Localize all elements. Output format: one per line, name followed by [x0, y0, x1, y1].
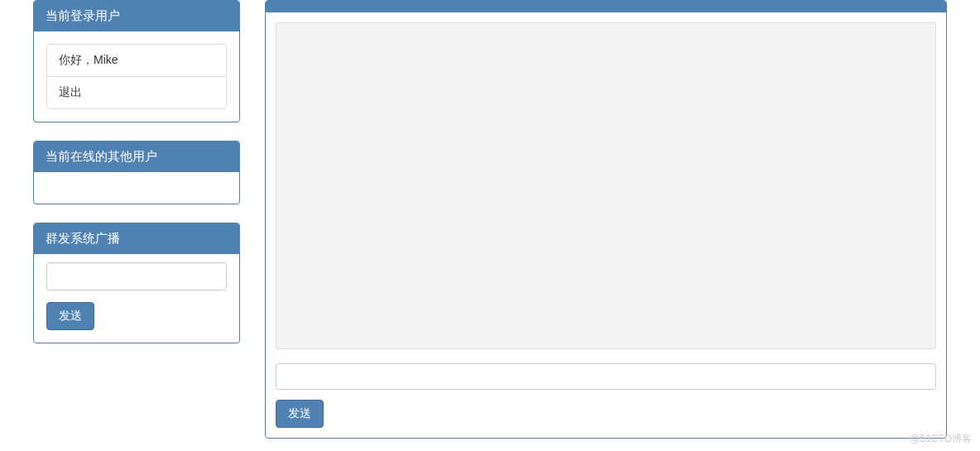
- chat-panel-header: [266, 1, 946, 12]
- current-user-list: 你好，Mike 退出: [46, 44, 227, 109]
- broadcast-panel-title: 群发系统广播: [34, 223, 239, 254]
- chat-panel: 发送: [265, 0, 947, 439]
- sidebar: 当前登录用户 你好，Mike 退出 当前在线的其他用户 群发系统广播 发送: [33, 0, 240, 439]
- chat-messages-area[interactable]: [276, 22, 936, 349]
- broadcast-send-button[interactable]: 发送: [46, 302, 94, 330]
- broadcast-input[interactable]: [46, 262, 227, 290]
- chat-panel-container: 发送: [265, 0, 947, 439]
- online-users-panel: 当前在线的其他用户: [33, 141, 240, 204]
- current-user-panel-title: 当前登录用户: [34, 1, 239, 31]
- greeting-item[interactable]: 你好，Mike: [47, 45, 226, 77]
- logout-item[interactable]: 退出: [47, 77, 226, 108]
- online-users-panel-title: 当前在线的其他用户: [34, 142, 239, 172]
- current-user-panel: 当前登录用户 你好，Mike 退出: [33, 0, 240, 122]
- online-users-body: [34, 172, 239, 204]
- watermark: @51CTO博客: [910, 432, 972, 446]
- chat-input[interactable]: [276, 363, 936, 390]
- broadcast-panel: 群发系统广播 发送: [33, 223, 240, 343]
- chat-send-button[interactable]: 发送: [276, 400, 324, 428]
